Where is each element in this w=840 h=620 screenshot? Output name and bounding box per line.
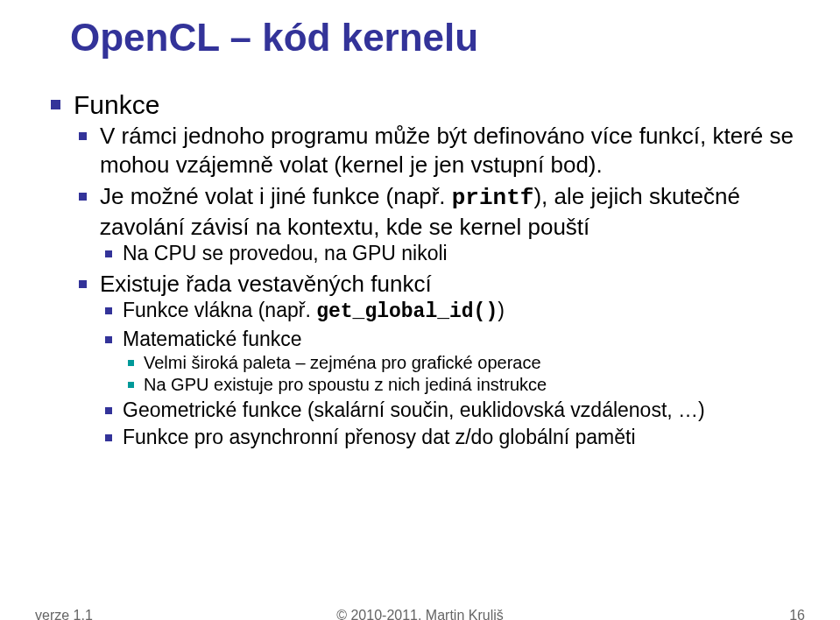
- lvl4-item: Velmi široká paleta – zejména pro grafic…: [123, 352, 805, 374]
- lvl2-text: Existuje řada vestavěných funkcí: [100, 271, 432, 297]
- lvl2-text-pre: Je možné volat i jiné funkce (např.: [100, 183, 452, 209]
- lvl4-text: Na GPU existuje pro spoustu z nich jedin…: [144, 375, 547, 394]
- slide: OpenCL – kód kernelu Funkce V rámci jedn…: [0, 0, 840, 620]
- lvl3-item: Geometrické funkce (skalární součin, euk…: [100, 398, 805, 423]
- lvl1-item: Funkce V rámci jednoho programu může být…: [47, 88, 805, 449]
- code-printf: printf: [452, 185, 534, 211]
- footer-page-number: 16: [789, 608, 805, 620]
- footer-copyright: © 2010-2011, Martin Kruliš: [336, 608, 504, 620]
- slide-content: Funkce V rámci jednoho programu může být…: [47, 88, 805, 454]
- lvl3-text: Funkce pro asynchronní přenosy dat z/do …: [123, 426, 636, 448]
- bullet-list-lvl3: Funkce vlákna (např. get_global_id()) Ma…: [100, 298, 805, 449]
- lvl4-item: Na GPU existuje pro spoustu z nich jedin…: [123, 374, 805, 396]
- footer-version: verze 1.1: [35, 608, 93, 620]
- lvl3-text: Na CPU se provedou, na GPU nikoli: [123, 242, 448, 264]
- lvl3-text-post: ): [498, 299, 505, 321]
- lvl3-item: Na CPU se provedou, na GPU nikoli: [100, 241, 805, 266]
- code-get-global-id: get_global_id(): [316, 300, 498, 323]
- lvl3-text-pre: Funkce vlákna (např.: [123, 299, 316, 321]
- lvl1-text: Funkce: [74, 90, 159, 119]
- lvl2-item: V rámci jednoho programu může být defino…: [74, 122, 805, 179]
- bullet-list-lvl1: Funkce V rámci jednoho programu může být…: [47, 88, 805, 449]
- lvl2-item: Je možné volat i jiné funkce (např. prin…: [74, 182, 805, 266]
- lvl3-text: Geometrické funkce (skalární součin, euk…: [123, 398, 705, 421]
- lvl3-item: Matematické funkce Velmi široká paleta –…: [100, 327, 805, 396]
- lvl2-item: Existuje řada vestavěných funkcí Funkce …: [74, 270, 805, 450]
- bullet-list-lvl2: V rámci jednoho programu může být defino…: [74, 122, 805, 449]
- slide-title: OpenCL – kód kernelu: [70, 16, 478, 60]
- lvl3-text: Matematické funkce: [123, 328, 302, 350]
- lvl3-item: Funkce pro asynchronní přenosy dat z/do …: [100, 425, 805, 450]
- lvl4-text: Velmi široká paleta – zejména pro grafic…: [144, 353, 541, 372]
- bullet-list-lvl4: Velmi široká paleta – zejména pro grafic…: [123, 352, 805, 396]
- lvl3-item: Funkce vlákna (např. get_global_id()): [100, 298, 805, 325]
- bullet-list-lvl3: Na CPU se provedou, na GPU nikoli: [100, 241, 805, 266]
- lvl2-text: V rámci jednoho programu může být defino…: [100, 123, 794, 178]
